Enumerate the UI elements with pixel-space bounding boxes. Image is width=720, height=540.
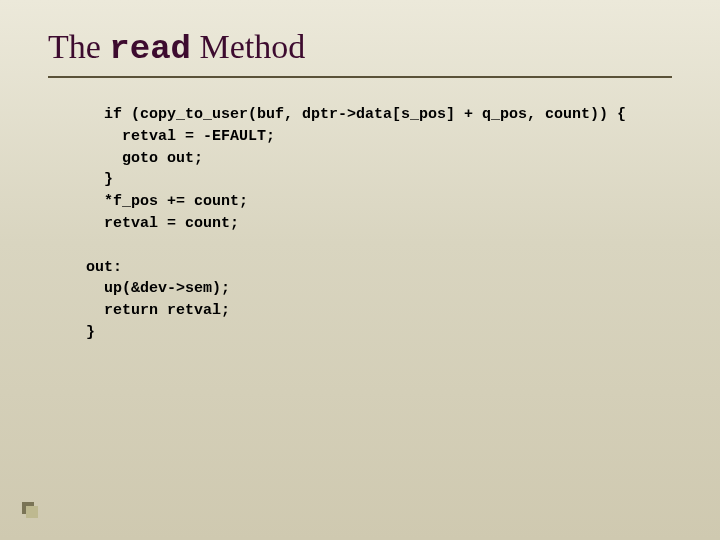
code-block-2: out: up(&dev->sem); return retval; } [86,257,672,344]
title-prefix: The [48,28,109,65]
title-underline [48,76,672,78]
title-mono: read [109,30,191,68]
slide: The read Method if (copy_to_user(buf, dp… [0,0,720,540]
code-block-1: if (copy_to_user(buf, dptr->data[s_pos] … [86,104,672,235]
slide-title: The read Method [48,28,672,68]
title-suffix: Method [191,28,305,65]
footer-accent-icon [22,502,34,514]
